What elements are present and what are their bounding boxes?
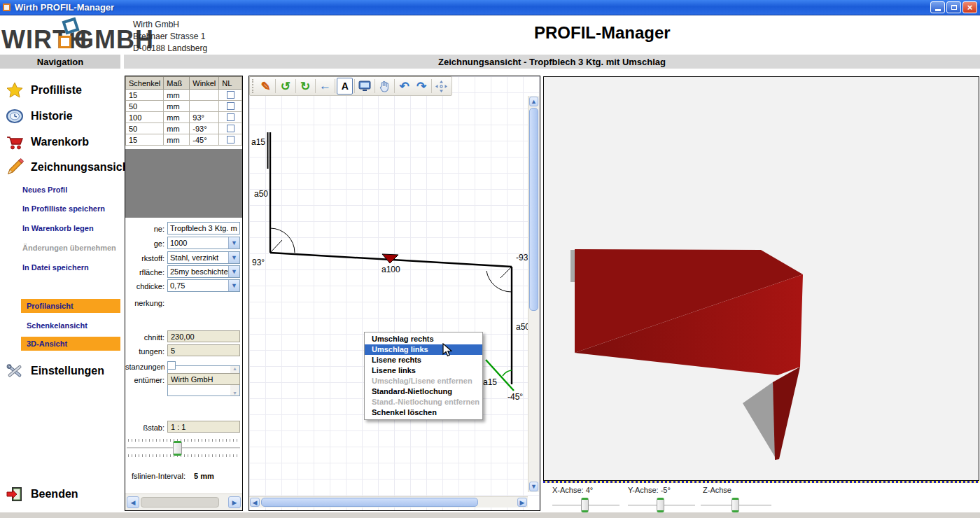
sidebar-item-zeichnungsansicht[interactable]: Zeichnungsansicht — [0, 158, 124, 176]
x-axis-slider-thumb[interactable] — [581, 498, 589, 512]
sidebar-action-in-profilliste-speichern[interactable]: In Profilliste speichern — [22, 204, 124, 213]
thickness-select[interactable]: 0,75 ▼ — [167, 279, 240, 292]
cell-schenkel[interactable]: 15 — [126, 90, 164, 101]
draw-pencil-tool[interactable]: ✎ — [258, 78, 274, 94]
col-header-winkel[interactable]: Winkel — [190, 77, 219, 90]
nl-checkbox[interactable] — [227, 102, 234, 110]
chevron-down-icon[interactable]: ▼ — [228, 237, 239, 248]
menu-item-lisene-rechts[interactable]: Lisene rechts — [365, 355, 482, 365]
toolbar-separator — [354, 79, 355, 93]
scroll-right-icon[interactable]: ▶ — [228, 496, 241, 508]
title-bar[interactable]: Wirth PROFIL-Manager × — [0, 0, 980, 15]
menu-item-schenkel-loeschen[interactable]: Schenkel löschen — [365, 407, 482, 418]
col-header-schenkel[interactable]: Schenkel — [126, 77, 164, 90]
sidebar-item-beenden[interactable]: Beenden — [0, 485, 124, 503]
scroll-down-icon[interactable]: ▼ — [232, 391, 237, 396]
punches-checkbox[interactable] — [167, 361, 176, 370]
zoom-slider-track[interactable] — [127, 447, 240, 449]
nl-checkbox[interactable] — [227, 113, 234, 121]
table-row[interactable]: 50 mm -93° — [126, 123, 242, 134]
table-row[interactable]: 15 mm — [126, 90, 242, 101]
view-3d-panel[interactable] — [543, 76, 979, 481]
nl-checkbox[interactable] — [227, 91, 234, 99]
table-row[interactable]: 100 mm 93° — [126, 112, 242, 123]
scroll-left-icon[interactable]: ◀ — [250, 498, 260, 507]
cell-winkel[interactable]: -45° — [190, 134, 219, 146]
chevron-down-icon[interactable]: ▼ — [228, 252, 239, 263]
length-select[interactable]: 1000 ▼ — [167, 237, 240, 249]
monitor-icon[interactable] — [356, 78, 372, 94]
sidebar-view-3d-ansicht[interactable]: 3D-Ansicht — [21, 337, 120, 351]
profile-name-input[interactable] — [167, 222, 240, 234]
toolbar-separator — [295, 79, 296, 93]
nl-checkbox[interactable] — [227, 136, 234, 144]
sidebar-item-profilliste[interactable]: Profilliste — [0, 81, 124, 99]
drawing-canvas[interactable]: a15 a50 93° a100 -93° a50 a15 -45° ▲ — [248, 76, 540, 511]
undo-icon[interactable]: ↶ — [396, 78, 412, 94]
toolbar-grip[interactable] — [252, 79, 255, 93]
cell-nl[interactable] — [219, 112, 242, 123]
cell-schenkel[interactable]: 50 — [126, 101, 164, 112]
pencil-icon — [6, 158, 24, 176]
menu-item-umschlag-lisene-entfernen: Umschlag/Lisene entfernen — [365, 376, 482, 386]
nl-checkbox[interactable] — [227, 125, 234, 132]
rotate-ccw-icon[interactable]: ↺ — [277, 78, 293, 94]
material-select[interactable]: Stahl, verzinkt ▼ — [167, 251, 240, 264]
scroll-left-icon[interactable]: ◀ — [127, 496, 139, 508]
col-header-mass[interactable]: Maß — [164, 77, 190, 90]
sidebar-view-profilansicht[interactable]: Profilansicht — [21, 299, 120, 313]
surface-select[interactable]: 25my beschichtet, i ▼ — [167, 265, 240, 278]
cell-schenkel[interactable]: 100 — [126, 112, 164, 123]
move-tool-icon[interactable] — [433, 78, 449, 94]
scroll-right-icon[interactable]: ▶ — [517, 498, 527, 507]
cell-nl[interactable] — [219, 90, 242, 101]
context-menu: Umschlag rechts Umschlag links Lisene re… — [364, 332, 483, 420]
sidebar-action-in-warenkorb-legen[interactable]: In Warenkorb legen — [22, 224, 124, 232]
sidebar-action-aenderungen-uebernehmen: Änderungen übernehmen — [22, 244, 124, 252]
close-button[interactable]: × — [962, 1, 977, 13]
sidebar-action-in-datei-speichern[interactable]: In Datei speichern — [22, 263, 124, 272]
text-tool-button[interactable]: A — [337, 78, 353, 94]
canvas-vscroll-thumb[interactable] — [529, 108, 538, 311]
sidebar-view-schenkelansicht[interactable]: Schenkelansicht — [21, 318, 120, 332]
cell-nl[interactable] — [219, 134, 242, 146]
scroll-down-icon[interactable]: ▼ — [529, 482, 538, 491]
scroll-up-icon[interactable]: ▲ — [232, 366, 237, 371]
chevron-down-icon[interactable]: ▼ — [228, 266, 239, 277]
table-row[interactable]: 50 mm — [126, 101, 242, 112]
y-axis-slider-thumb[interactable] — [657, 498, 664, 512]
form-hscrollbar[interactable]: ◀ ▶ — [125, 493, 242, 510]
menu-item-umschlag-rechts[interactable]: Umschlag rechts — [365, 334, 482, 344]
cell-schenkel[interactable]: 50 — [126, 123, 164, 134]
canvas-hscrollbar[interactable]: ◀ ▶ — [249, 496, 528, 507]
cell-winkel[interactable] — [190, 90, 219, 101]
rotate-cw-icon[interactable]: ↻ — [297, 78, 313, 94]
zoom-slider-thumb[interactable] — [173, 441, 182, 456]
redo-icon[interactable]: ↷ — [413, 78, 429, 94]
sidebar-action-neues-profil[interactable]: Neues Profil — [22, 186, 124, 194]
col-header-nl[interactable]: NL — [219, 77, 242, 90]
menu-item-lisene-links[interactable]: Lisene links — [365, 365, 482, 376]
pan-hand-icon[interactable] — [377, 78, 393, 94]
menu-item-umschlag-links[interactable]: Umschlag links — [365, 344, 482, 355]
sidebar-item-warenkorb[interactable]: Warenkorb — [0, 133, 124, 151]
canvas-vscrollbar[interactable]: ▲ ▼ — [528, 96, 539, 492]
minimize-button[interactable] — [930, 1, 945, 13]
chevron-down-icon[interactable]: ▼ — [228, 280, 239, 291]
z-axis-slider-thumb[interactable] — [732, 498, 739, 512]
cell-winkel[interactable] — [190, 101, 219, 112]
cell-nl[interactable] — [219, 123, 242, 134]
flip-arrow-left-icon[interactable]: ← — [317, 78, 333, 94]
cell-winkel[interactable]: 93° — [190, 112, 219, 123]
table-row[interactable]: 15 mm -45° — [126, 134, 242, 146]
cell-schenkel[interactable]: 15 — [126, 134, 164, 146]
menu-item-standard-nietlochung[interactable]: Standard-Nietlochung — [365, 386, 482, 397]
canvas-hscroll-thumb[interactable] — [261, 498, 478, 507]
cell-nl[interactable] — [219, 101, 242, 112]
restore-button[interactable] — [946, 1, 961, 13]
sidebar-item-einstellungen[interactable]: Einstellungen — [0, 362, 124, 380]
form-hscroll-thumb[interactable] — [141, 497, 219, 507]
scroll-up-icon[interactable]: ▲ — [529, 97, 538, 106]
cell-winkel[interactable]: -93° — [190, 123, 219, 134]
sidebar-item-historie[interactable]: Historie — [0, 107, 124, 125]
